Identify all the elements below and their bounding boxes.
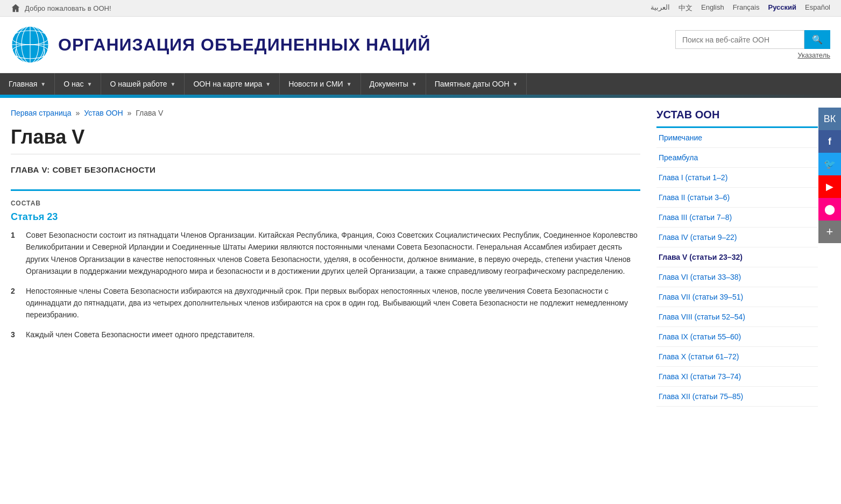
search-box: 🔍 [675,30,830,49]
para-num-2: 2 [11,285,19,321]
sidebar-link-preamble[interactable]: Преамбула [656,148,818,167]
sidebar-link-ch10[interactable]: Глава X (статьи 61–72) [656,347,818,366]
breadcrumb-charter[interactable]: Устав ООН [84,109,123,117]
home-icon [11,3,20,13]
social-vk-button[interactable]: ВК [818,108,841,130]
welcome-text: Добро пожаловать в ООН! [25,4,111,12]
sidebar-item-ch12: Глава XII (статьи 75–85) [656,387,818,407]
sidebar-item-ch7: Глава VII (статьи 39–51) [656,287,818,307]
sidebar-link-note[interactable]: Примечание [656,128,818,147]
article-paragraph-1: 1 Совет Безопасности состоит из пятнадца… [11,229,640,278]
section-header: ГЛАВА V: СОВЕТ БЕЗОПАСНОСТИ [11,165,640,179]
social-plus-button[interactable]: + [818,221,841,243]
sidebar-item-ch9: Глава IX (статьи 55–60) [656,327,818,347]
logo-area: ОРГАНИЗАЦИЯ ОБЪЕДИНЕННЫХ НАЦИЙ [11,25,430,64]
sidebar-item-note: Примечание [656,128,818,148]
sidebar-item-ch11: Глава XI (статьи 73–74) [656,367,818,387]
search-button[interactable]: 🔍 [804,30,830,49]
language-switcher: العربية 中文 English Français Русский Espa… [651,3,830,13]
lang-ru[interactable]: Русский [768,3,796,13]
breadcrumb-sep-1: » [76,109,80,117]
article-paragraph-3: 3 Каждый член Совета Безопасности имеет … [11,329,640,340]
sidebar-link-ch5[interactable]: Глава V (статьи 23–32) [656,247,818,267]
lang-ar[interactable]: العربية [651,3,670,13]
lang-zh[interactable]: 中文 [679,3,692,13]
sidebar-link-ch11[interactable]: Глава XI (статьи 73–74) [656,367,818,386]
para-text-1: Совет Безопасности состоит из пятнадцати… [26,229,640,278]
para-num-3: 3 [11,329,19,340]
sidebar-item-ch5: Глава V (статьи 23–32) [656,247,818,267]
article-list: 1 Совет Безопасности состоит из пятнадца… [11,229,640,340]
breadcrumb-sep-2: » [128,109,132,117]
top-bar: Добро пожаловать в ООН! العربية 中文 Engli… [0,0,841,17]
welcome-area: Добро пожаловать в ООН! [11,3,111,13]
sidebar-link-ch12[interactable]: Глава XII (статьи 75–85) [656,387,818,406]
sidebar-item-ch2: Глава II (статьи 3–6) [656,188,818,208]
nav-news-arrow: ▼ [347,81,352,87]
composition-label: СОСТАВ [11,200,640,207]
sidebar-item-ch10: Глава X (статьи 61–72) [656,347,818,367]
nav-news[interactable]: Новости и СМИ ▼ [280,73,361,95]
section-header-wrapper: ГЛАВА V: СОВЕТ БЕЗОПАСНОСТИ [11,165,640,191]
sidebar-item-ch4: Глава IV (статьи 9–22) [656,228,818,247]
breadcrumb: Первая страница » Устав ООН » Глава V [11,109,640,117]
un-logo [11,25,50,64]
sidebar-link-ch8[interactable]: Глава VIII (статьи 52–54) [656,307,818,326]
page-title: Глава V [11,126,640,154]
main-nav: Главная ▼ О нас ▼ О нашей работе ▼ ООН н… [0,73,841,95]
nav-docs[interactable]: Документы ▼ [361,73,426,95]
article-paragraph-2: 2 Непостоянные члены Совета Безопасности… [11,285,640,321]
nav-dates[interactable]: Памятные даты ООН ▼ [426,73,527,95]
para-num-1: 1 [11,229,19,278]
nav-map[interactable]: ООН на карте мира ▼ [185,73,280,95]
content-wrapper: Первая страница » Устав ООН » Глава V Гл… [0,98,829,417]
sidebar-link-ch7[interactable]: Глава VII (статьи 39–51) [656,287,818,307]
nav-home-arrow: ▼ [40,81,46,87]
sidebar-link-ch3[interactable]: Глава III (статьи 7–8) [656,208,818,227]
social-twitter-button[interactable]: 🐦 [818,153,841,175]
social-youtube-button[interactable]: ▶ [818,175,841,198]
nav-about-arrow: ▼ [87,81,93,87]
sidebar-link-ch9[interactable]: Глава IX (статьи 55–60) [656,327,818,346]
sidebar-item-ch1: Глава I (статьи 1–2) [656,168,818,188]
nav-spacer [527,73,841,95]
nav-work-arrow: ▼ [171,81,176,87]
nav-docs-arrow: ▼ [412,81,417,87]
site-header: ОРГАНИЗАЦИЯ ОБЪЕДИНЕННЫХ НАЦИЙ 🔍 Указате… [0,17,841,73]
para-text-2: Непостоянные члены Совета Безопасности и… [26,285,640,321]
social-sidebar: ВК f 🐦 ▶ ⬤ + [818,108,841,243]
lang-en[interactable]: English [701,3,724,13]
sidebar-item-preamble: Преамбула [656,148,818,168]
article-title: Статья 23 [11,211,640,223]
nav-work[interactable]: О нашей работе ▼ [101,73,185,95]
lang-fr[interactable]: Français [733,3,760,13]
sidebar-item-ch8: Глава VIII (статьи 52–54) [656,307,818,327]
index-link[interactable]: Указатель [797,51,830,59]
section-block: ГЛАВА V: СОВЕТ БЕЗОПАСНОСТИ СОСТАВ Стать… [11,165,640,340]
search-input[interactable] [675,30,804,49]
search-area: 🔍 Указатель [675,30,830,59]
para-text-3: Каждый член Совета Безопасности имеет од… [26,329,255,340]
sidebar-link-ch1[interactable]: Глава I (статьи 1–2) [656,168,818,187]
nav-about[interactable]: О нас ▼ [55,73,101,95]
nav-map-arrow: ▼ [265,81,271,87]
site-title: ОРГАНИЗАЦИЯ ОБЪЕДИНЕННЫХ НАЦИЙ [58,35,430,55]
sidebar-item-ch3: Глава III (статьи 7–8) [656,208,818,228]
nav-dates-arrow: ▼ [513,81,518,87]
main-content: Первая страница » Устав ООН » Глава V Гл… [11,109,640,407]
breadcrumb-current: Глава V [136,109,163,117]
social-facebook-button[interactable]: f [818,130,841,153]
sidebar-link-ch2[interactable]: Глава II (статьи 3–6) [656,188,818,207]
sidebar-link-ch6[interactable]: Глава VI (статьи 33–38) [656,267,818,287]
lang-es[interactable]: Español [805,3,830,13]
sidebar-link-ch4[interactable]: Глава IV (статьи 9–22) [656,228,818,247]
social-flickr-button[interactable]: ⬤ [818,198,841,221]
sidebar-item-ch6: Глава VI (статьи 33–38) [656,267,818,287]
nav-home[interactable]: Главная ▼ [0,73,55,95]
sidebar: УСТАВ ООН Примечание Преамбула Глава I (… [656,109,818,407]
breadcrumb-home[interactable]: Первая страница [11,109,72,117]
sidebar-title: УСТАВ ООН [656,109,818,128]
sidebar-nav: Примечание Преамбула Глава I (статьи 1–2… [656,128,818,407]
